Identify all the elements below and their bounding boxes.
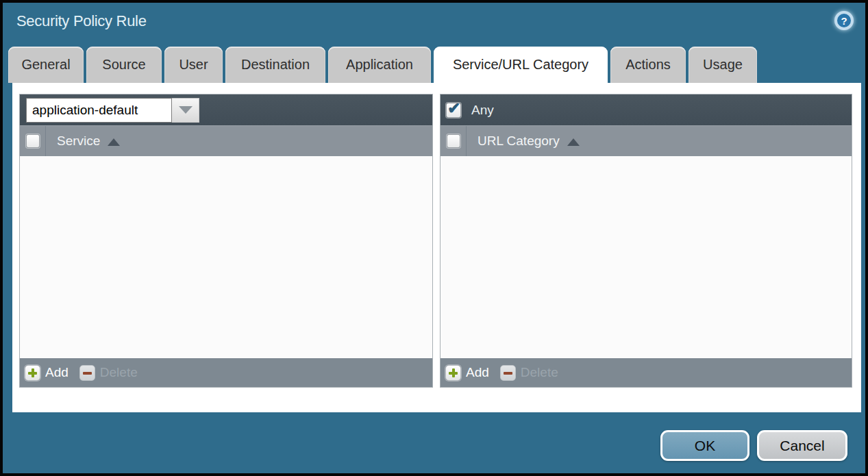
- service-dropdown-button[interactable]: [172, 98, 199, 123]
- plus-icon: [445, 365, 461, 381]
- security-policy-rule-dialog: Security Policy Rule ? General Source Us…: [0, 0, 868, 476]
- tab-application[interactable]: Application: [328, 47, 431, 83]
- url-category-select-all-cell: [441, 126, 467, 156]
- service-footer: Add Delete: [20, 358, 432, 387]
- any-checkbox[interactable]: [446, 103, 461, 118]
- service-column-header[interactable]: Service: [46, 126, 120, 156]
- tab-label: Destination: [241, 57, 310, 73]
- url-category-table-body: [441, 156, 852, 358]
- sort-ascending-icon: [567, 138, 580, 146]
- service-column-label: Service: [57, 134, 100, 149]
- sort-ascending-icon: [108, 138, 120, 146]
- url-category-toolbar: Any: [441, 95, 852, 125]
- url-category-add-button[interactable]: Add: [445, 365, 489, 381]
- url-category-table-header: URL Category: [441, 125, 852, 156]
- tab-label: General: [21, 57, 70, 73]
- url-category-delete-button[interactable]: Delete: [500, 365, 558, 381]
- delete-button-label: Delete: [521, 365, 558, 380]
- dialog-title: Security Policy Rule: [16, 12, 147, 30]
- url-category-footer: Add Delete: [441, 358, 852, 387]
- tab-label: Application: [346, 57, 413, 73]
- url-category-column-header[interactable]: URL Category: [467, 126, 580, 156]
- tab-label: User: [179, 57, 208, 73]
- tab-destination[interactable]: Destination: [225, 47, 325, 83]
- tab-general[interactable]: General: [8, 47, 84, 83]
- any-row: Any: [441, 103, 494, 118]
- help-icon[interactable]: ?: [834, 11, 854, 30]
- tab-label: Source: [102, 57, 145, 73]
- any-label: Any: [471, 103, 494, 118]
- service-delete-button[interactable]: Delete: [79, 365, 138, 381]
- cancel-button[interactable]: Cancel: [757, 430, 847, 461]
- service-select-all-cell: [20, 126, 46, 156]
- service-table-header: Service: [20, 125, 432, 156]
- minus-icon: [500, 365, 516, 381]
- tab-label: Actions: [625, 57, 671, 73]
- tab-bar: General Source User Destination Applicat…: [8, 47, 757, 83]
- tab-service-url-category[interactable]: Service/URL Category: [434, 47, 608, 83]
- tab-source[interactable]: Source: [86, 47, 162, 83]
- add-button-label: Add: [45, 365, 69, 380]
- chevron-down-icon: [179, 106, 193, 114]
- service-dropdown-input[interactable]: [26, 98, 172, 123]
- delete-button-label: Delete: [100, 365, 138, 380]
- ok-button[interactable]: OK: [660, 430, 749, 461]
- add-button-label: Add: [466, 365, 489, 380]
- tab-user[interactable]: User: [164, 47, 223, 83]
- service-combobox: [26, 98, 199, 123]
- url-category-panel: Any URL Category Add: [440, 94, 852, 388]
- tab-content-area: Service Add Delete: [12, 83, 861, 412]
- url-category-column-label: URL Category: [478, 134, 560, 149]
- service-toolbar: [20, 95, 432, 125]
- service-panel: Service Add Delete: [19, 94, 433, 388]
- url-category-select-all-checkbox[interactable]: [447, 134, 460, 148]
- service-add-button[interactable]: Add: [25, 365, 69, 381]
- service-select-all-checkbox[interactable]: [26, 134, 40, 148]
- tab-label: Usage: [703, 57, 743, 73]
- service-table-body: [20, 156, 432, 358]
- tab-label: Service/URL Category: [453, 57, 588, 73]
- plus-icon: [25, 365, 40, 381]
- minus-icon: [79, 365, 95, 381]
- tab-usage[interactable]: Usage: [689, 47, 757, 83]
- tab-actions[interactable]: Actions: [610, 47, 686, 83]
